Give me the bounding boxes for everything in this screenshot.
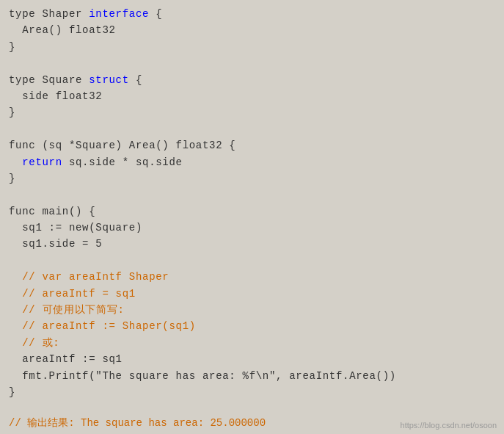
code-container: type Shaper interface { Area() float32 }… <box>0 0 504 434</box>
code-line-24: } <box>9 384 495 400</box>
code-line-23: fmt.Printf("The square has area: %f\n", … <box>9 368 495 384</box>
keyword-interface: interface <box>89 8 149 20</box>
empty-line-3 <box>9 187 495 203</box>
empty-line-1 <box>9 55 495 71</box>
keyword-struct: struct <box>89 74 129 86</box>
code-line-19: // 可使用以下简写: <box>9 302 495 318</box>
keyword-return: return <box>22 156 62 168</box>
code-line-5: type Square struct { <box>9 72 495 88</box>
code-line-14: sq1 := new(Square) <box>9 220 495 236</box>
watermark: https://blog.csdn.net/osoon <box>401 421 497 430</box>
code-line-11: } <box>9 170 495 187</box>
code-line-20: // areaIntf := Shaper(sq1) <box>9 318 495 334</box>
code-line-9: func (sq *Square) Area() float32 { <box>9 137 495 153</box>
code-line-1: type Shaper interface { <box>9 6 495 22</box>
empty-line-2 <box>9 121 495 137</box>
code-line-22: areaIntf := sq1 <box>9 351 495 367</box>
bottom-comment: // 输出结果: The square has area: 25.000000 <box>9 416 266 430</box>
code-line-6: side float32 <box>9 88 495 104</box>
code-line-17: // var areaIntf Shaper <box>9 269 495 285</box>
code-line-13: func main() { <box>9 203 495 220</box>
code-line-21: // 或: <box>9 335 495 351</box>
code-line-3: } <box>9 39 495 55</box>
code-line-2: Area() float32 <box>9 22 495 38</box>
code-line-10: return sq.side * sq.side <box>9 154 495 170</box>
code-line-7: } <box>9 104 495 120</box>
code-line-15: sq1.side = 5 <box>9 236 495 252</box>
empty-line-4 <box>9 253 495 269</box>
code-line-18: // areaIntf = sq1 <box>9 286 495 302</box>
